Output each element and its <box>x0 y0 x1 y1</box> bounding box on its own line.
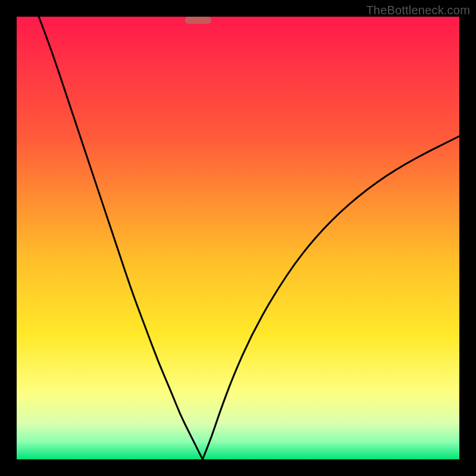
gradient-background <box>17 17 459 459</box>
plot-area <box>17 17 459 459</box>
optimum-marker <box>185 17 212 24</box>
watermark-label: TheBottleneck.com <box>366 4 470 17</box>
chart-svg <box>17 17 459 459</box>
chart-frame: TheBottleneck.com <box>0 0 476 476</box>
